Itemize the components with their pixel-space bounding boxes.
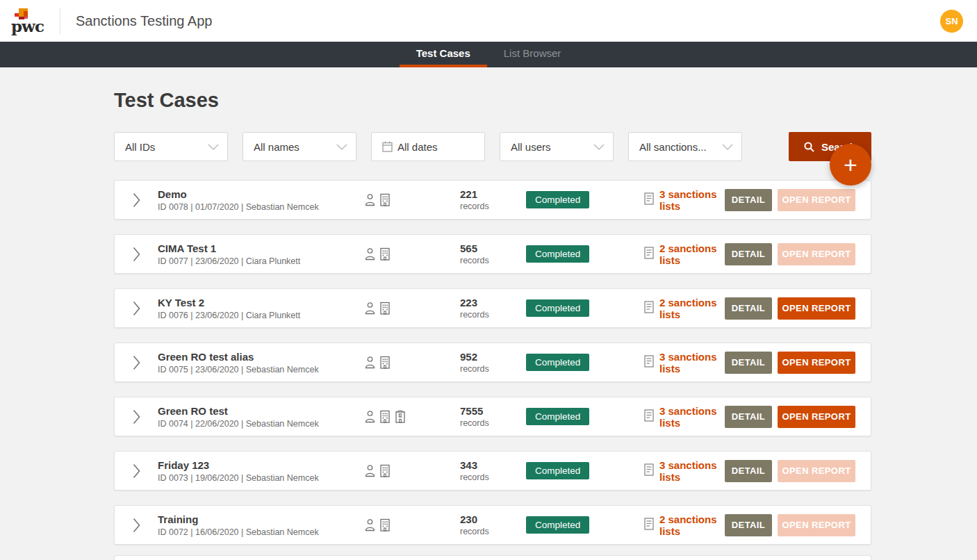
test-case-info: Demo ID 0078 | 01/07/2020 | Sebastian Ne… [158,188,359,212]
open-report-button[interactable]: OPEN REPORT [778,297,855,320]
detail-button[interactable]: DETAIL [725,297,772,320]
sanctions-lists-link[interactable]: 3 sanctions lists [659,459,725,483]
main-nav: Test Cases List Browser [0,42,977,67]
expand-row-button[interactable] [115,247,158,262]
test-case-info: Green RO test ID 0074 | 22/06/2020 | Seb… [158,405,359,429]
test-case-meta: ID 0077 | 23/06/2020 | Ciara Plunkett [158,256,359,266]
test-case-title: Friday 123 [158,459,359,471]
records-count: 223 [460,297,526,308]
tab-test-cases[interactable]: Test Cases [400,42,487,67]
open-report-button[interactable]: OPEN REPORT [778,406,855,428]
sanctions-lists-link[interactable]: 3 sanctions lists [659,188,725,212]
calendar-icon [382,141,393,152]
open-report-button[interactable]: OPEN REPORT [778,243,855,265]
filter-names-label: All names [254,141,336,153]
detail-button[interactable]: DETAIL [725,514,772,536]
detail-button[interactable]: DETAIL [725,352,772,374]
sanctions-lists-link[interactable]: 3 sanctions lists [659,405,725,429]
records-label: records [460,472,526,482]
test-case-meta: ID 0075 | 23/06/2020 | Sebastian Nemcek [158,365,359,374]
records-cell: 7555 records [460,405,526,428]
records-label: records [460,310,526,320]
sanctions-cell: 3 sanctions lists [630,459,725,483]
building-icon [379,247,391,261]
test-case-meta: ID 0074 | 22/06/2020 | Sebastian Nemcek [158,419,359,429]
test-case-title: CIMA Test 1 [158,242,359,254]
test-case-meta: ID 0076 | 23/06/2020 | Ciara Plunkett [158,311,359,320]
sanctions-cell: 2 sanctions lists [630,242,725,266]
filter-names-dropdown[interactable]: All names [243,132,356,161]
filter-ids-label: All IDs [125,141,208,153]
expand-row-button[interactable] [115,463,158,479]
expand-row-button[interactable] [115,301,158,316]
records-count: 221 [460,188,526,200]
pwc-logo-text: pwc [11,19,44,33]
filter-ids-dropdown[interactable]: All IDs [114,132,228,161]
records-count: 952 [460,351,526,363]
status-badge: Completed [526,191,589,208]
status-badge: Completed [526,354,589,371]
sanctions-lists-link[interactable]: 3 sanctions lists [659,351,725,374]
sanctions-cell: 2 sanctions lists [630,513,725,537]
detail-button[interactable]: DETAIL [725,243,772,265]
page-title: Test Cases [114,89,871,112]
status-cell: Completed [526,191,630,208]
tab-list-browser[interactable]: List Browser [487,42,578,67]
test-case-list: Demo ID 0078 | 01/07/2020 | Sebastian Ne… [114,180,871,560]
test-case-meta: ID 0072 | 16/06/2020 | Sebastian Nemcek [158,527,359,537]
building-icon [379,302,391,315]
avatar[interactable]: SN [940,10,963,33]
test-case-title: Demo [158,188,359,200]
svg-text:$: $ [399,412,402,417]
open-report-button[interactable]: OPEN REPORT [778,460,855,482]
chevron-right-icon [133,518,140,533]
sanctions-list-icon [644,409,654,422]
chevron-right-icon [133,301,140,316]
chevron-right-icon [133,247,140,262]
filter-sanctions-dropdown[interactable]: All sanctions... [628,132,742,161]
open-report-button[interactable]: OPEN REPORT [778,352,855,374]
open-report-button[interactable]: OPEN REPORT [778,514,855,536]
records-label: records [460,256,526,265]
records-label: records [460,418,526,428]
app-header: pwc Sanctions Testing App SN [0,0,977,42]
pwc-logo: pwc [11,8,51,33]
expand-row-button[interactable] [115,192,158,208]
status-cell: Completed [526,462,630,479]
chevron-down-icon [593,144,605,150]
test-case-meta: ID 0078 | 01/07/2020 | Sebastian Nemcek [158,202,359,212]
person-icon [365,464,375,477]
records-cell: 221 records [460,188,526,211]
status-cell: Completed [526,245,630,263]
test-case-row: Demo ID 0078 | 01/07/2020 | Sebastian Ne… [114,180,871,220]
entity-icons [359,464,460,477]
expand-row-button[interactable] [115,409,158,425]
expand-row-button[interactable] [115,518,158,533]
test-case-info: Training ID 0072 | 16/06/2020 | Sebastia… [158,513,359,537]
records-cell: 565 records [460,242,526,265]
records-count: 565 [460,242,526,254]
chevron-right-icon [133,409,140,425]
sanctions-lists-link[interactable]: 2 sanctions lists [659,297,725,320]
add-test-case-button[interactable]: + [830,144,871,186]
test-case-row: Green RO test ID 0074 | 22/06/2020 | Seb… [114,397,871,436]
status-badge: Completed [526,245,589,263]
filter-dates-input[interactable]: All dates [371,132,485,161]
sanctions-lists-link[interactable]: 2 sanctions lists [659,513,725,537]
sanctions-cell: 2 sanctions lists [630,297,725,320]
sanctions-list-icon [644,518,654,530]
test-case-row: Green RO test alias ID 0075 | 23/06/2020… [114,343,871,382]
records-cell: 230 records [460,513,526,536]
search-icon [804,142,814,152]
person-icon [365,518,375,532]
entity-icons [359,356,460,369]
chevron-right-icon [133,192,140,208]
expand-row-button[interactable] [115,355,158,370]
detail-button[interactable]: DETAIL [725,406,772,428]
sanctions-lists-link[interactable]: 2 sanctions lists [659,242,725,266]
open-report-button[interactable]: OPEN REPORT [778,189,855,211]
detail-button[interactable]: DETAIL [725,460,772,482]
filter-users-dropdown[interactable]: All users [500,132,614,161]
detail-button[interactable]: DETAIL [725,189,772,211]
sanctions-cell: 3 sanctions lists [630,351,725,374]
